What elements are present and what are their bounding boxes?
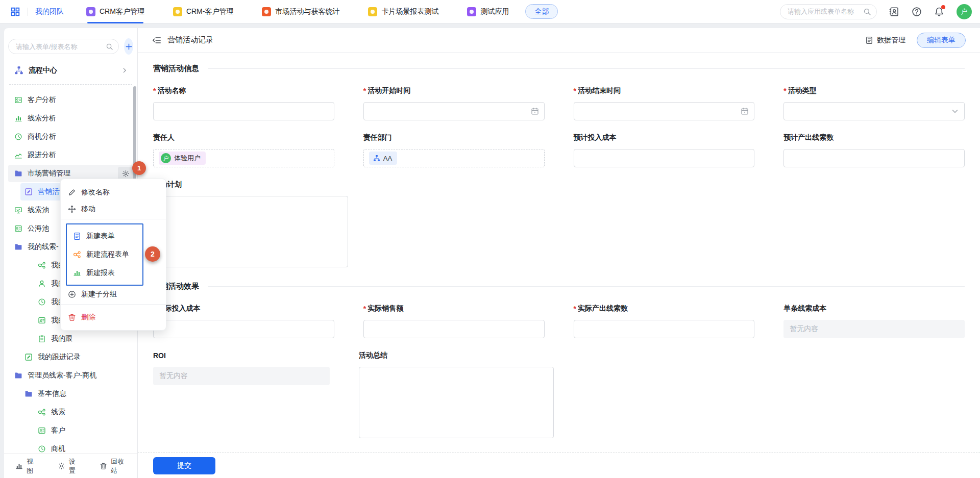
member-input[interactable]: 户体验用户 [153,149,334,167]
date-input[interactable] [574,102,755,120]
text-input[interactable] [783,149,965,167]
textarea-input[interactable] [359,367,554,438]
form-field: *活动类型 [783,86,965,120]
menu-item-label: 新建报表 [86,268,115,278]
field-label-text: 预计投入成本 [574,133,617,142]
submit-bar: 提交 [138,452,980,478]
field-label: *活动名称 [153,86,334,96]
sidebar-item[interactable]: 线索 [4,403,137,421]
add-form-button[interactable] [124,38,133,55]
field-label: *活动类型 [783,86,965,96]
app-icon [173,7,182,16]
sidebar-item-label: 线索分析 [28,114,56,123]
idcard-icon [38,316,46,324]
sidebar-item[interactable]: 客户 [4,421,137,440]
menu-item-label: 删除 [81,313,95,322]
flow-icon [38,408,46,416]
menu-item[interactable]: 新建流程表单 [67,245,142,264]
text-input[interactable] [153,102,334,120]
menu-item[interactable]: 删除 [61,309,166,325]
menu-item[interactable]: 新建子分组 [61,286,166,303]
collapse-sidebar-icon[interactable] [152,36,161,45]
sidebar-item-label: 商机 [51,444,65,454]
app-tab[interactable]: CRM客户管理 [86,0,144,23]
calendar-icon [741,107,749,115]
department-input[interactable]: AA [363,149,545,167]
field-label-text: ROI [153,351,166,360]
gear-icon [122,170,130,178]
data-manage-label: 数据管理 [877,36,905,45]
menu-item[interactable]: 新建报表 [67,264,142,282]
date-input[interactable] [363,102,545,120]
sidebar-item[interactable]: 管理员线索-客户-商机 [4,366,137,385]
required-star: * [574,87,576,95]
sidebar-item[interactable]: 线索分析 [4,109,137,128]
field-label: 活动总结 [359,350,554,361]
sidebar-item-process-center[interactable]: 流程中心 [8,63,133,78]
divider [28,8,28,16]
app-tab[interactable]: CRM-客户管理 [173,0,234,23]
document-icon [865,36,873,44]
text-input[interactable] [574,149,755,167]
sidebar-item[interactable]: 基本信息 [4,385,137,403]
trash-icon [68,313,76,321]
edit-form-button[interactable]: 编辑表单 [917,33,966,48]
menu-item[interactable]: 移动 [61,200,166,217]
help-icon[interactable] [912,7,922,17]
global-search-input[interactable] [788,8,863,15]
text-input[interactable] [153,320,334,338]
app-tab[interactable]: 市场活动与获客统计 [262,0,339,23]
app-tab[interactable]: 卡片场景报表测试 [368,0,438,23]
field-label: ROI [153,350,330,361]
sidebar-footer-gear[interactable]: 设置 [58,457,79,475]
form-field: 责任部门AA [363,133,545,167]
section-header: 营销活动信息 [153,64,965,73]
sidebar-item[interactable]: 客户分析 [4,91,137,109]
readonly-placeholder: 暂无内容 [159,371,188,381]
trash-icon [100,462,107,470]
sidebar-item[interactable]: 商机分析 [4,128,137,146]
text-input[interactable] [574,320,755,338]
folder-icon [14,243,22,251]
field-label-text: 活动结束时间 [578,86,621,95]
folder-icon [24,390,33,398]
apps-grid-icon[interactable] [10,7,20,17]
data-manage-button[interactable]: 数据管理 [865,36,905,45]
form-search[interactable] [8,39,119,54]
search-icon [106,43,113,51]
sidebar-item-label: 客户分析 [28,95,56,105]
global-search[interactable] [780,4,877,19]
field-label: 活动计划 [153,180,348,190]
sidebar-item[interactable]: 跟进分析 [4,146,137,164]
submit-button[interactable]: 提交 [153,457,215,474]
sidebar-item-label: 线索池 [28,206,49,215]
all-apps-filter[interactable]: 全部 [525,4,558,19]
contacts-icon[interactable] [889,7,899,17]
sidebar-item[interactable]: 我的跟 [4,330,137,348]
sidebar-footer-trash[interactable]: 回收站 [100,457,126,475]
required-star: * [153,87,156,95]
top-bar: 我的团队 CRM客户管理CRM-客户管理市场活动与获客统计卡片场景报表测试测试应… [0,0,980,23]
notifications-button[interactable] [934,7,944,17]
sidebar-item[interactable]: 我的跟进记录 [4,348,137,366]
text-input[interactable] [363,320,545,338]
avatar[interactable]: 户 [957,4,972,19]
select-input[interactable] [783,102,965,120]
clock-icon [14,133,22,141]
readonly-field: 暂无内容 [783,320,965,338]
pencil-icon [68,188,76,196]
bars-icon [14,114,22,122]
form-field: *活动名称 [153,86,334,120]
app-tab[interactable]: 测试应用 [467,0,509,23]
workspace-link[interactable]: 我的团队 [35,7,64,16]
menu-item[interactable]: 修改名称 [61,184,166,200]
sidebar-footer-bars[interactable]: 视图 [15,457,36,475]
form-search-input[interactable] [16,43,106,51]
menu-item[interactable]: 新建表单 [67,227,142,245]
sidebar-item-label: 公海池 [28,224,49,233]
textarea-input[interactable] [153,196,348,267]
field-label-text: 活动类型 [788,86,817,95]
app-tab-label: 测试应用 [480,7,509,16]
divider [9,84,132,85]
clipboard-icon [38,335,46,343]
